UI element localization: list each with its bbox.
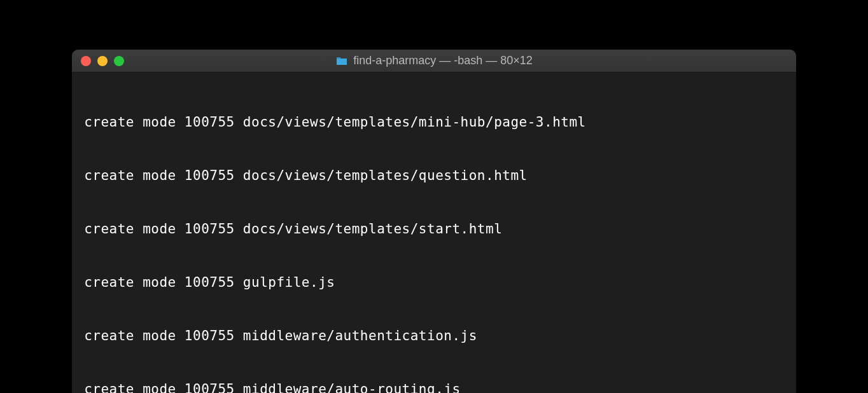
folder-icon: [335, 56, 348, 66]
traffic-lights: [81, 56, 124, 66]
maximize-button[interactable]: [114, 56, 124, 66]
close-button[interactable]: [81, 56, 91, 66]
window-title: find-a-pharmacy — -bash — 80×12: [353, 54, 533, 67]
minimize-button[interactable]: [97, 56, 108, 66]
output-line: create mode 100755 middleware/auto-routi…: [76, 380, 792, 393]
terminal-body[interactable]: create mode 100755 docs/views/templates/…: [72, 72, 796, 393]
output-line: create mode 100755 docs/views/templates/…: [76, 167, 792, 184]
terminal-window: find-a-pharmacy — -bash — 80×12 create m…: [72, 50, 796, 393]
title-center: find-a-pharmacy — -bash — 80×12: [81, 54, 787, 67]
output-line: create mode 100755 docs/views/templates/…: [76, 220, 792, 238]
titlebar: find-a-pharmacy — -bash — 80×12: [72, 50, 796, 72]
output-line: create mode 100755 docs/views/templates/…: [76, 113, 792, 131]
output-line: create mode 100755 middleware/authentica…: [76, 327, 792, 345]
output-line: create mode 100755 gulpfile.js: [76, 273, 792, 291]
